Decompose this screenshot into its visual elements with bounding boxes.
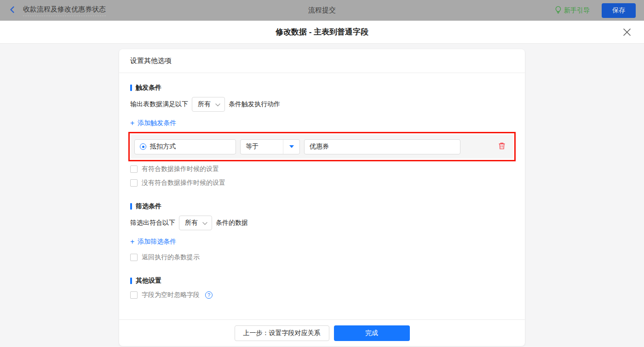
other-section-label: 其他设置 — [136, 277, 161, 285]
modal-body: 设置其他选项 触发条件 输出表数据满足以下 所有 条件触发执行动作 + 添 — [0, 44, 644, 347]
modal-title: 修改数据 - 主表到普通字段 — [276, 27, 368, 37]
top-bar: 收款流程及修改优惠券状态 流程提交 新手引导 保存 — [0, 0, 644, 21]
delete-condition-button[interactable] — [498, 142, 506, 152]
filter-match-select[interactable]: 所有 — [179, 216, 212, 230]
back-chevron-icon — [8, 6, 17, 16]
ignore-empty-option-row: 字段为空时忽略字段 ? — [130, 291, 514, 299]
section-marker — [130, 278, 132, 284]
beginner-guide-link[interactable]: 新手引导 — [555, 6, 590, 15]
has-data-option-row: 有符合数据操作时候的设置 — [130, 165, 514, 173]
condition-field-select[interactable]: 抵扣方式 — [134, 139, 236, 154]
lightbulb-icon — [555, 6, 562, 15]
trigger-match-select-value: 所有 — [198, 100, 211, 108]
count-tip-checkbox[interactable] — [130, 254, 138, 261]
no-data-option-row: 没有符合数据操作时候的设置 — [130, 179, 514, 187]
workflow-title[interactable]: 收款流程及修改优惠券状态 — [23, 5, 106, 16]
other-section-title: 其他设置 — [130, 276, 514, 285]
has-data-checkbox[interactable] — [130, 165, 138, 173]
highlight-annotation-box: 抵扣方式 等于 优惠券 — [128, 132, 516, 161]
radio-field-icon — [140, 143, 146, 150]
plus-icon: + — [130, 119, 134, 127]
add-filter-condition-label: 添加筛选条件 — [138, 238, 176, 246]
chevron-down-icon — [215, 101, 220, 108]
trigger-match-suffix: 条件触发执行动作 — [229, 100, 280, 108]
filter-match-select-value: 所有 — [185, 219, 198, 227]
filter-match-prefix: 筛选出符合以下 — [130, 219, 175, 227]
ignore-empty-label: 字段为空时忽略字段 — [142, 291, 200, 299]
add-trigger-condition-link[interactable]: + 添加触发条件 — [130, 119, 176, 127]
caret-down-icon — [289, 145, 294, 148]
section-marker — [130, 85, 132, 91]
filter-section-label: 筛选条件 — [136, 202, 161, 210]
condition-value-input[interactable]: 优惠券 — [304, 139, 460, 154]
trigger-condition-row: 抵扣方式 等于 优惠券 — [131, 135, 513, 159]
help-icon[interactable]: ? — [205, 291, 213, 299]
back-button[interactable] — [8, 6, 17, 16]
condition-operator-select[interactable]: 等于 — [240, 139, 300, 154]
trigger-section-title: 触发条件 — [130, 83, 514, 92]
no-data-label: 没有符合数据操作时候的设置 — [142, 179, 225, 187]
beginner-guide-label: 新手引导 — [564, 6, 590, 15]
add-trigger-condition-label: 添加触发条件 — [138, 119, 176, 127]
panel-content: 触发条件 输出表数据满足以下 所有 条件触发执行动作 + 添加触发条件 — [119, 73, 525, 319]
trigger-match-row: 输出表数据满足以下 所有 条件触发执行动作 — [130, 97, 514, 112]
condition-value-text: 优惠券 — [310, 142, 329, 151]
trigger-match-select[interactable]: 所有 — [192, 97, 225, 112]
trash-icon — [498, 142, 506, 152]
panel-footer: 上一步：设置字段对应关系 完成 — [119, 319, 525, 346]
prev-step-button[interactable]: 上一步：设置字段对应关系 — [235, 325, 329, 341]
modal-header: 修改数据 - 主表到普通字段 — [0, 21, 644, 44]
count-tip-option-row: 返回执行的条数提示 — [130, 253, 514, 262]
condition-field-value: 抵扣方式 — [150, 142, 176, 151]
trigger-match-prefix: 输出表数据满足以下 — [130, 100, 188, 108]
panel-header: 设置其他选项 — [119, 49, 525, 73]
add-filter-condition-link[interactable]: + 添加筛选条件 — [130, 238, 176, 246]
save-button[interactable]: 保存 — [602, 3, 636, 18]
count-tip-label: 返回执行的条数提示 — [142, 253, 200, 262]
no-data-checkbox[interactable] — [130, 179, 138, 187]
filter-match-row: 筛选出符合以下 所有 条件的数据 — [130, 216, 514, 230]
has-data-label: 有符合数据操作时候的设置 — [142, 165, 219, 173]
done-button[interactable]: 完成 — [334, 325, 410, 341]
close-icon[interactable] — [622, 27, 632, 37]
filter-match-suffix: 条件的数据 — [216, 219, 248, 227]
section-marker — [130, 203, 132, 210]
ignore-empty-checkbox[interactable] — [130, 291, 138, 299]
options-panel: 设置其他选项 触发条件 输出表数据满足以下 所有 条件触发执行动作 + 添 — [119, 49, 525, 346]
trigger-section-label: 触发条件 — [136, 84, 161, 92]
filter-section-title: 筛选条件 — [130, 202, 514, 211]
chevron-down-icon — [202, 219, 207, 227]
caret-down-button[interactable] — [283, 140, 299, 154]
plus-icon: + — [130, 238, 134, 245]
condition-operator-value: 等于 — [241, 142, 283, 151]
